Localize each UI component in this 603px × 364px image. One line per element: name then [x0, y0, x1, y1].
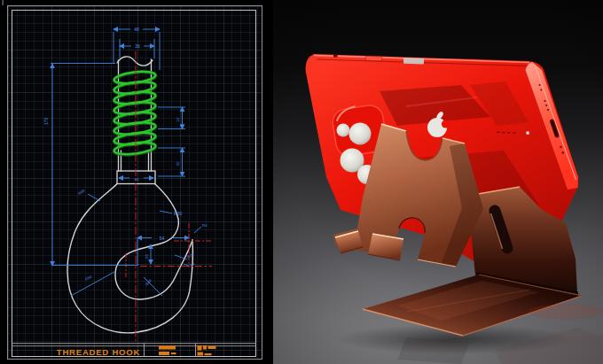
- svg-text:25: 25: [145, 254, 149, 259]
- dim-labels: 48 36 175 24 32 44 54 25 R40 R30 R3 R25 …: [43, 27, 208, 287]
- camera-lens-small: [337, 124, 350, 137]
- threaded-hook-drawing: 48 36 175 24 32 44 54 25 R40 R30 R3 R25 …: [0, 0, 273, 364]
- volume-button: [365, 56, 382, 61]
- svg-text:48: 48: [134, 27, 139, 32]
- svg-text:54: 54: [160, 236, 165, 241]
- camera-lens-main: [349, 123, 372, 145]
- edge-glare: [403, 58, 424, 64]
- svg-text:R4: R4: [189, 261, 196, 267]
- drawing-title: THREADED HOOK: [57, 347, 140, 357]
- render-panel: [273, 0, 603, 364]
- title-block: THREADED HOOK: [12, 344, 256, 357]
- break-line: [117, 57, 153, 66]
- thread-coil: [114, 70, 156, 157]
- title-block-stamp-1: [159, 346, 176, 356]
- title-block-stamp-2: [198, 345, 216, 356]
- svg-text:32: 32: [176, 161, 180, 166]
- hook-outline: [67, 184, 192, 333]
- svg-text:24: 24: [176, 117, 180, 121]
- svg-text:175: 175: [43, 118, 49, 126]
- cad-drawing-panel: 48 36 175 24 32 44 54 25 R40 R30 R3 R25 …: [0, 0, 273, 364]
- phone-stand-render: [273, 0, 603, 364]
- svg-text:R3: R3: [202, 223, 208, 228]
- svg-text:R54: R54: [84, 274, 93, 281]
- sheet-frame: [3, 0, 262, 360]
- mute-switch: [333, 54, 338, 57]
- svg-text:R40: R40: [77, 188, 86, 196]
- composite-screenshot: 48 36 175 24 32 44 54 25 R40 R30 R3 R25 …: [0, 0, 603, 364]
- svg-text:44: 44: [135, 177, 139, 182]
- svg-text:R30: R30: [174, 211, 182, 216]
- svg-text:36: 36: [135, 43, 140, 49]
